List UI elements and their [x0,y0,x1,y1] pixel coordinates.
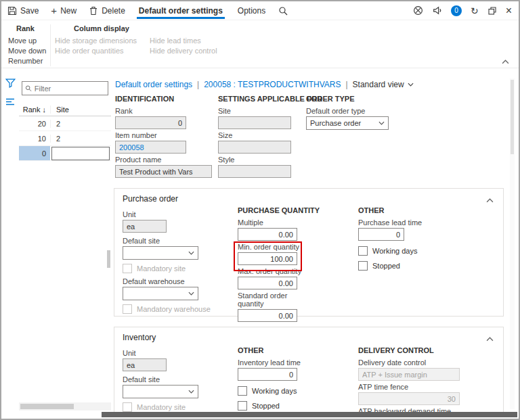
filter-search-icon [25,85,32,92]
multiple-field[interactable] [238,228,297,241]
inventory-mandatory-site-label: Mandatory site [137,403,186,411]
default-order-type-value: Purchase order [310,119,361,127]
inventory-section-header[interactable]: Inventory [123,333,156,342]
mandatory-warehouse-checkbox-row: Mandatory warehouse [123,304,228,314]
mandatory-warehouse-label: Mandatory warehouse [137,305,211,313]
inventory-stopped-checkbox[interactable] [238,401,247,411]
default-warehouse-select[interactable] [123,287,198,300]
default-order-type-label: Default order type [306,107,401,115]
megaphone-icon[interactable] [432,5,442,16]
chevron-down-icon [188,251,194,255]
move-down-button[interactable]: Move down [8,46,50,56]
hide-delivery-control-button[interactable]: Hide delivery control [150,46,234,56]
inventory-mandatory-site-checkbox[interactable] [123,402,132,412]
order-type-group: ORDER TYPE Default order type Purchase o… [306,95,401,132]
purchase-unit-field[interactable] [123,220,167,233]
atp-time-fence-field[interactable] [358,392,460,405]
rank-field[interactable] [115,116,186,129]
grid-vertical-scrollbar-thumb[interactable] [107,250,110,268]
grid-column-rank[interactable]: Rank ↓ [19,106,50,114]
style-field[interactable] [218,165,291,178]
purchase-working-days-checkbox[interactable] [358,246,368,256]
purchase-stopped-checkbox[interactable] [358,261,368,271]
save-button-label: Save [20,6,39,16]
rank-label: Rank [115,107,217,115]
product-name-field[interactable] [115,165,212,178]
purchase-other-title: OTHER [358,206,467,214]
default-order-type-select[interactable]: Purchase order [306,116,389,130]
item-number-field[interactable] [115,141,186,154]
filter-input[interactable] [35,85,105,93]
hide-storage-dimensions-button[interactable]: Hide storage dimensions [55,36,150,46]
search-icon [278,6,288,16]
new-button-label: New [60,6,77,16]
grid-row-2[interactable]: 10 2 [19,131,111,146]
max-order-quantity-field[interactable] [238,277,297,289]
notification-badge[interactable]: 0 [451,5,462,16]
site-field[interactable] [218,116,291,129]
purchase-working-days-checkbox-row: Working days [358,246,467,256]
delete-button[interactable]: Delete [83,1,131,20]
grid-horizontal-scrollbar[interactable] [19,402,111,411]
inventory-working-days-checkbox[interactable] [238,386,247,396]
new-button[interactable]: + New [45,1,83,20]
move-up-button[interactable]: Move up [8,36,50,46]
style-label: Style [218,156,306,164]
sort-descending-icon: ↓ [43,106,47,114]
min-order-quantity-field[interactable] [238,252,297,265]
settings-applicable-group: SETTINGS APPLICABLE FOR Site Size Style [218,95,306,180]
filter-pane-icon[interactable] [5,78,16,88]
chevron-up-icon [486,337,494,342]
mandatory-site-checkbox[interactable] [123,264,132,273]
office-apps-icon[interactable] [413,5,423,16]
breadcrumb-separator: | [197,80,199,89]
tab-default-order-settings-label: Default order settings [139,6,223,16]
grid-horizontal-scrollbar-thumb[interactable] [20,404,74,409]
breadcrumb-page-link[interactable]: Default order settings [115,80,192,89]
inventory-lead-time-field[interactable] [238,368,297,381]
size-field[interactable] [218,141,291,154]
list-pane-icon[interactable] [5,98,15,106]
delivery-date-control-field[interactable] [358,368,460,381]
breadcrumb-record-link[interactable]: 200058 : TESTPRODUCTWITHVARS [204,80,341,89]
grid-header: Rank ↓ Site [19,103,111,116]
standard-order-quantity-label: Standard order quantity [238,291,312,308]
purchase-quantity-title: PURCHASE QUANTITY [238,206,312,214]
view-selector[interactable]: Standard view [353,80,414,89]
identification-group: IDENTIFICATION Rank Item number Product … [115,95,217,180]
hide-order-quantities-button[interactable]: Hide order quantities [55,46,150,56]
grid-column-site-label: Site [56,106,69,114]
collapse-ribbon-button[interactable] [502,57,509,66]
hide-lead-times-button[interactable]: Hide lead times [150,36,234,46]
tab-default-order-settings[interactable]: Default order settings [131,1,230,20]
item-number-label: Item number [115,131,217,139]
search-button[interactable] [273,1,293,20]
product-name-label: Product name [115,156,217,164]
mandatory-warehouse-checkbox[interactable] [123,304,132,314]
inventory-default-site-select[interactable] [123,385,198,398]
grid-row-1[interactable]: 20 2 [19,116,111,131]
grid-row-3-selected[interactable]: 0 [19,146,111,161]
collapse-inventory-button[interactable] [486,335,494,343]
inventory-unit-field[interactable] [123,358,167,371]
standard-order-quantity-field[interactable] [238,309,297,322]
purchase-order-section-header[interactable]: Purchase order [123,194,178,204]
tab-options[interactable]: Options [230,1,273,20]
save-button[interactable]: Save [1,1,45,20]
main-vertical-scrollbar[interactable] [510,78,515,409]
ribbon-group-rank: Rank Move up Move down Renumber [8,24,50,66]
collapse-purchase-order-button[interactable] [486,196,494,204]
close-icon[interactable]: × [506,5,512,16]
site-edit-input[interactable] [51,147,110,160]
filter-box[interactable] [22,81,108,95]
grid-column-site[interactable]: Site [50,106,111,114]
notification-count: 0 [454,7,458,14]
app-window: Save + New Delete Default order settings… [0,0,520,420]
grid-column-rank-label: Rank [23,106,41,114]
refresh-icon[interactable]: ↻ [471,6,479,16]
open-in-new-window-icon[interactable] [488,6,497,16]
renumber-button[interactable]: Renumber [8,56,50,66]
main-vertical-scrollbar-thumb[interactable] [511,80,514,154]
purchase-lead-time-field[interactable] [358,228,404,241]
purchase-default-site-select[interactable] [123,246,198,260]
